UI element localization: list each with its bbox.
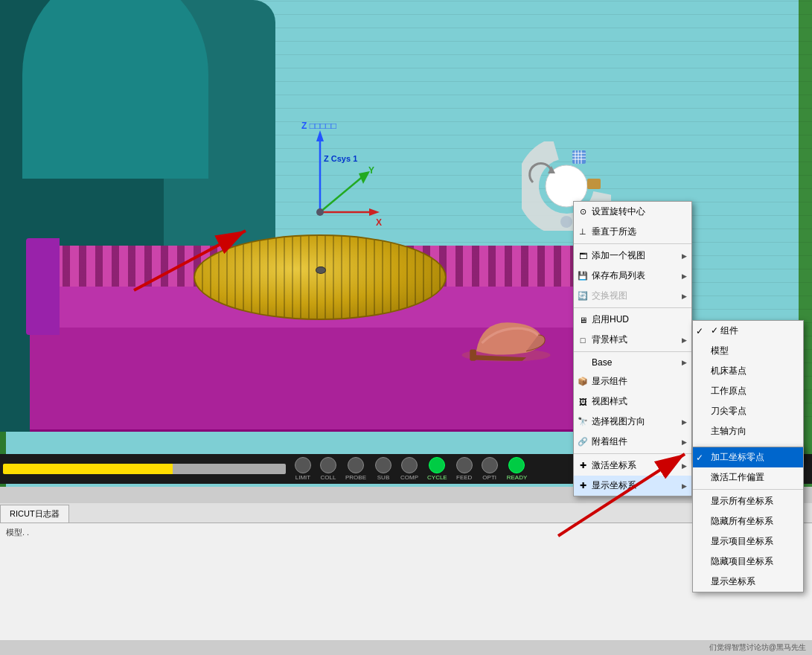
menu-attach-components[interactable]: 🔗 附着组件 bbox=[574, 432, 691, 452]
svg-rect-17 bbox=[572, 150, 586, 164]
sub1-work-origin[interactable]: 工作原点 bbox=[693, 381, 803, 401]
svg-text:Z Csys 1: Z Csys 1 bbox=[324, 154, 357, 163]
comp-indicator[interactable]: COMP bbox=[397, 456, 421, 482]
sub2-show-item-csys[interactable]: 显示项目坐标系 bbox=[693, 531, 803, 552]
menu-bg-style[interactable]: □ 背景样式 bbox=[574, 330, 691, 350]
menu-show-csys[interactable]: ✚ 显示坐标系 bbox=[574, 476, 691, 496]
svg-rect-1 bbox=[470, 350, 476, 361]
menu-base[interactable]: Base bbox=[574, 354, 691, 371]
sub1-model[interactable]: 模型 bbox=[693, 341, 803, 361]
menu-show-components[interactable]: 📦 显示组件 bbox=[574, 371, 691, 392]
cycle-circle bbox=[429, 457, 445, 473]
coll-circle bbox=[320, 457, 336, 473]
feed-indicator[interactable]: FEED bbox=[453, 456, 476, 482]
menu-label-bg: 背景样式 bbox=[592, 333, 627, 346]
progress-indicator bbox=[3, 464, 286, 474]
base-icon bbox=[577, 357, 589, 368]
show-csys-icon: ✚ bbox=[577, 480, 589, 492]
sub2-show-all-csys-label: 显示所有坐标系 bbox=[711, 495, 773, 508]
sub2-hide-item-csys[interactable]: 隐藏项目坐标系 bbox=[693, 552, 803, 572]
menu-label-swap-view: 交换视图 bbox=[592, 290, 627, 302]
sub2-hide-all-csys[interactable]: 隐藏所有坐标系 bbox=[693, 511, 803, 531]
sub-menu-2: ✓ 加工坐标零点 激活工作偏置 显示所有坐标系 隐藏所有坐标系 显示项目坐标系 … bbox=[692, 447, 804, 592]
sub-indicator[interactable]: SUB bbox=[372, 456, 394, 482]
svg-marker-9 bbox=[369, 208, 380, 216]
svg-text:Y: Y bbox=[368, 165, 374, 176]
menu-set-rotation-center[interactable]: ⊙ 设置旋转中心 bbox=[574, 202, 691, 222]
sub1-component[interactable]: ✓ ✓ 组件 bbox=[693, 321, 803, 341]
menu-select-view-dir[interactable]: 🔭 选择视图方向 bbox=[574, 412, 691, 432]
sub2-activate-work-offset[interactable]: 激活工作偏置 bbox=[693, 467, 803, 488]
menu-enable-hud[interactable]: 🖥 启用HUD bbox=[574, 310, 691, 330]
menu-label-save-layout: 保存布局列表 bbox=[592, 269, 645, 282]
machine-cylinder bbox=[22, 0, 208, 179]
log-tab[interactable]: RICUT日志器 bbox=[0, 505, 69, 523]
ready-label: READY bbox=[507, 474, 528, 481]
log-area: 模型. . bbox=[0, 523, 812, 642]
menu-activate-csys[interactable]: ✚ 激活坐标系 bbox=[574, 456, 691, 476]
sub2-sep1 bbox=[693, 489, 803, 490]
cycle-indicator[interactable]: CYCLE bbox=[424, 456, 450, 482]
svg-point-26 bbox=[560, 216, 572, 228]
menu-label-show-csys: 显示坐标系 bbox=[592, 479, 636, 492]
menu-label-activate-csys: 激活坐标系 bbox=[592, 459, 636, 472]
perpendicular-icon: ⊥ bbox=[577, 226, 589, 238]
coll-indicator[interactable]: COLL bbox=[317, 456, 339, 482]
sub2-machining-origin-label: 加工坐标零点 bbox=[711, 451, 764, 464]
left-clamp bbox=[26, 238, 60, 335]
menu-perpendicular[interactable]: ⊥ 垂直于所选 bbox=[574, 222, 691, 242]
svg-line-14 bbox=[134, 231, 246, 290]
sub2-show-csys2-label: 显示坐标系 bbox=[711, 575, 755, 588]
menu-swap-view[interactable]: 🔄 交换视图 bbox=[574, 286, 691, 306]
bg-icon: □ bbox=[577, 334, 589, 346]
sep3 bbox=[574, 351, 691, 352]
red-arrow-1 bbox=[127, 216, 260, 305]
check-machining-origin: ✓ bbox=[696, 453, 703, 463]
ready-indicator[interactable]: READY bbox=[504, 456, 531, 482]
opti-indicator[interactable]: OPTI bbox=[479, 456, 501, 482]
probe-label: PROBE bbox=[345, 474, 366, 481]
attach-icon: 🔗 bbox=[577, 436, 589, 448]
rotation-icon: ⊙ bbox=[577, 206, 589, 218]
svg-point-11 bbox=[316, 208, 324, 216]
limit-label: LIMIT bbox=[295, 474, 310, 481]
menu-add-view[interactable]: 🗔 添加一个视图 bbox=[574, 246, 691, 266]
svg-text:Z □□□□□: Z □□□□□ bbox=[301, 121, 336, 131]
sub2-show-csys2[interactable]: 显示坐标系 bbox=[693, 572, 803, 592]
coll-label: COLL bbox=[321, 474, 336, 481]
watermark: 们觉得智慧讨论坊@黑马先生 bbox=[0, 640, 812, 655]
sub2-hide-all-csys-label: 隐藏所有坐标系 bbox=[711, 515, 773, 528]
sub2-show-all-csys[interactable]: 显示所有坐标系 bbox=[693, 491, 803, 511]
view-style-icon: 🖼 bbox=[577, 396, 589, 408]
sub2-hide-item-csys-label: 隐藏项目坐标系 bbox=[711, 555, 773, 568]
rotary-table-center bbox=[316, 266, 326, 274]
menu-label-add-view: 添加一个视图 bbox=[592, 249, 645, 262]
sub-label: SUB bbox=[377, 474, 389, 481]
sub2-machining-origin[interactable]: ✓ 加工坐标零点 bbox=[693, 447, 803, 467]
add-view-icon: 🗔 bbox=[577, 250, 589, 262]
feed-label: FEED bbox=[456, 474, 472, 481]
menu-save-layout[interactable]: 💾 保存布局列表 bbox=[574, 266, 691, 286]
svg-rect-25 bbox=[587, 179, 601, 189]
sep4 bbox=[574, 453, 691, 454]
sub2-show-item-csys-label: 显示项目坐标系 bbox=[711, 535, 773, 548]
probe-indicator[interactable]: PROBE bbox=[342, 456, 369, 482]
show-comp-icon: 📦 bbox=[577, 376, 589, 388]
activate-csys-icon: ✚ bbox=[577, 460, 589, 472]
ready-circle bbox=[508, 457, 525, 473]
feed-circle bbox=[456, 457, 473, 473]
sep2 bbox=[574, 307, 691, 308]
main-viewport: Z □□□□□ Y X Z Csys 1 bbox=[0, 0, 812, 655]
limit-indicator[interactable]: LIMIT bbox=[292, 456, 314, 482]
save-layout-icon: 💾 bbox=[577, 270, 589, 282]
sub1-spindle-dir[interactable]: 主轴方向 bbox=[693, 421, 803, 441]
comp-label: COMP bbox=[400, 474, 418, 481]
sub1-model-label: 模型 bbox=[711, 345, 729, 357]
menu-view-style[interactable]: 🖼 视图样式 bbox=[574, 392, 691, 412]
svg-line-5 bbox=[320, 175, 365, 212]
probe-circle bbox=[348, 457, 364, 473]
sub-menu-1: ✓ ✓ 组件 模型 机床基点 工作原点 刀尖零点 主轴方向 激活坐标系 bbox=[692, 320, 804, 462]
sub1-machine-base[interactable]: 机床基点 bbox=[693, 361, 803, 381]
sub1-tool-tip[interactable]: 刀尖零点 bbox=[693, 401, 803, 421]
menu-label-base: Base bbox=[592, 357, 612, 368]
